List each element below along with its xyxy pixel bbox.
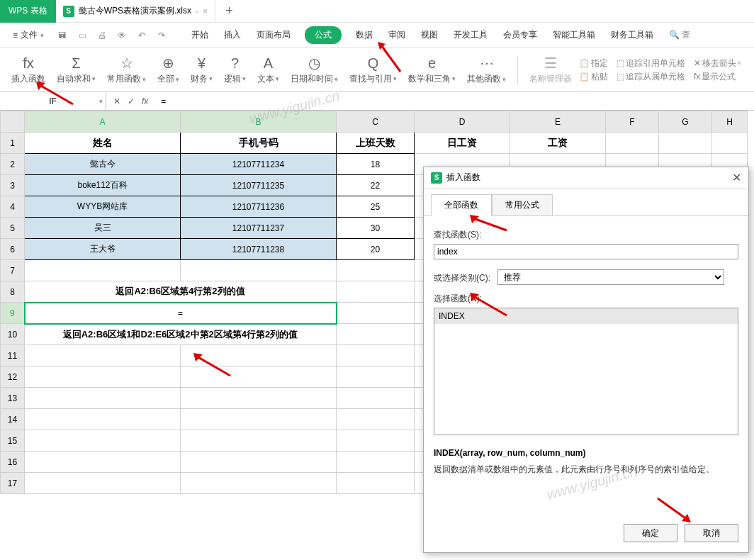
cell[interactable]: 姓名 — [25, 133, 181, 154]
row-header-17[interactable]: 17 — [1, 473, 25, 494]
cell[interactable]: 返回A2:B6区域第4行第2列的值 — [25, 281, 337, 303]
ok-button[interactable]: 确定 — [624, 524, 677, 542]
new-tab-button[interactable]: + — [215, 4, 243, 18]
cell[interactable]: 12107711235 — [181, 175, 337, 196]
row-header-15[interactable]: 15 — [1, 430, 25, 452]
cell[interactable]: 22 — [337, 175, 415, 196]
cell[interactable]: 懿古今 — [25, 154, 181, 175]
col-header-D[interactable]: D — [415, 111, 510, 133]
dialog-tab-all[interactable]: 全部函数 — [431, 194, 492, 216]
cell[interactable]: 工资 — [510, 133, 606, 154]
active-cell[interactable]: = — [25, 303, 337, 324]
row-header-11[interactable]: 11 — [1, 345, 25, 366]
function-list-item[interactable]: INDEX — [434, 308, 738, 324]
trace-dependents: ⬚ 追踪从属单元格 — [617, 71, 685, 83]
row-header-9[interactable]: 9 — [1, 303, 25, 324]
row-header-13[interactable]: 13 — [1, 388, 25, 409]
formula-input[interactable]: = — [155, 92, 754, 111]
row-header-8[interactable]: 8 — [1, 281, 25, 303]
search-menu[interactable]: 🔍 查 — [668, 26, 692, 44]
dialog-close-button[interactable]: ✕ — [732, 171, 741, 184]
text-fn-button[interactable]: A文本▾ — [253, 55, 283, 85]
cell[interactable]: boke112百科 — [25, 175, 181, 196]
select-all-corner[interactable] — [1, 111, 25, 133]
preview-icon[interactable]: 👁 — [115, 28, 129, 43]
cell[interactable]: 吴三 — [25, 218, 181, 239]
cell[interactable]: 上班天数 — [337, 133, 415, 154]
tab-data[interactable]: 数据 — [354, 26, 374, 44]
col-header-H[interactable]: H — [712, 111, 748, 133]
tab-close-icon[interactable]: × — [203, 6, 208, 16]
cell[interactable]: WYYB网站库 — [25, 196, 181, 218]
tab-layout[interactable]: 页面布局 — [255, 26, 292, 44]
category-select[interactable]: 推荐 — [497, 269, 724, 285]
tab-finance[interactable]: 财务工具箱 — [609, 26, 655, 44]
col-header-G[interactable]: G — [659, 111, 712, 133]
cell[interactable]: 25 — [337, 196, 415, 218]
cell[interactable]: 18 — [337, 154, 415, 175]
other-fn-button[interactable]: ⋯其他函数▾ — [463, 55, 510, 85]
row-header-5[interactable]: 5 — [1, 218, 25, 239]
row-header-14[interactable]: 14 — [1, 409, 25, 430]
common-fn-button[interactable]: ☆常用函数▾ — [103, 55, 150, 85]
tab-devtools[interactable]: 开发工具 — [452, 26, 489, 44]
search-function-input[interactable] — [434, 244, 738, 259]
tab-smart[interactable]: 智能工具箱 — [551, 26, 597, 44]
document-tab[interactable]: S 懿古今WPS表格演示案例.xlsx ▫ × — [56, 0, 216, 23]
function-list[interactable]: INDEX — [434, 308, 738, 435]
undo-icon[interactable]: ↶ — [135, 28, 149, 43]
row-header-2[interactable]: 2 — [1, 154, 25, 175]
fx-icon[interactable]: fx — [142, 96, 148, 106]
col-header-C[interactable]: C — [337, 111, 415, 133]
tab-insert[interactable]: 插入 — [223, 26, 242, 44]
row-header-3[interactable]: 3 — [1, 175, 25, 196]
row-header-10[interactable]: 10 — [1, 324, 25, 345]
row-header-4[interactable]: 4 — [1, 196, 25, 218]
math-fn-button[interactable]: e数学和三角▾ — [404, 55, 460, 85]
col-header-A[interactable]: A — [25, 111, 181, 133]
finance-fn-button[interactable]: ¥财务▾ — [186, 55, 217, 85]
cell[interactable]: 返回A2:B6区域1和D2:E6区域2中第2区域第4行第2列的值 — [25, 324, 337, 345]
logic-fn-button[interactable]: ?逻辑▾ — [220, 55, 250, 85]
cancel-formula-icon[interactable]: ✕ — [113, 96, 120, 106]
cell[interactable]: 12107711236 — [181, 196, 337, 218]
cell[interactable]: 手机号码 — [181, 133, 337, 154]
tab-formula[interactable]: 公式 — [305, 26, 342, 44]
save-icon[interactable]: 🖬 — [55, 28, 69, 43]
cell[interactable] — [606, 133, 659, 154]
row-header-12[interactable]: 12 — [1, 366, 25, 388]
tab-view[interactable]: 视图 — [420, 26, 439, 44]
redo-icon[interactable]: ↷ — [154, 28, 169, 43]
tab-start[interactable]: 开始 — [190, 26, 210, 44]
row-header-7[interactable]: 7 — [1, 260, 25, 281]
function-description: 返回数据清单或数组中的元素值，此元素由行序号和列序号的索引值给定。 — [434, 464, 738, 476]
all-fn-button[interactable]: ⊕全部▾ — [153, 55, 184, 85]
lookup-fn-button[interactable]: Q查找与引用▾ — [345, 55, 401, 85]
datetime-fn-button[interactable]: ◷日期和时间▾ — [286, 55, 342, 85]
open-icon[interactable]: ▭ — [75, 28, 89, 43]
row-header-16[interactable]: 16 — [1, 452, 25, 473]
row-header-1[interactable]: 1 — [1, 133, 25, 154]
col-header-E[interactable]: E — [510, 111, 606, 133]
cell[interactable]: 12107711234 — [181, 154, 337, 175]
print-icon[interactable]: 🖨 — [95, 28, 109, 43]
cell[interactable]: 30 — [337, 218, 415, 239]
cell[interactable]: 日工资 — [415, 133, 510, 154]
cell[interactable]: 12107711238 — [181, 239, 337, 260]
dialog-tab-common[interactable]: 常用公式 — [492, 194, 553, 216]
autosum-button[interactable]: Σ自动求和▾ — [52, 55, 100, 85]
col-header-B[interactable]: B — [181, 111, 337, 133]
insert-function-button[interactable]: fx插入函数 — [7, 55, 50, 85]
tab-window-icon[interactable]: ▫ — [196, 6, 198, 16]
name-box[interactable]: IF▾ — [0, 92, 106, 111]
cancel-button[interactable]: 取消 — [685, 524, 738, 542]
tab-premium[interactable]: 会员专享 — [502, 26, 539, 44]
tab-review[interactable]: 审阅 — [387, 26, 407, 44]
file-menu[interactable]: ≡ 文件 ▾ — [7, 26, 50, 44]
col-header-F[interactable]: F — [606, 111, 659, 133]
row-header-6[interactable]: 6 — [1, 239, 25, 260]
cell[interactable]: 20 — [337, 239, 415, 260]
cell[interactable]: 王大爷 — [25, 239, 181, 260]
accept-formula-icon[interactable]: ✓ — [128, 96, 135, 106]
cell[interactable]: 12107711237 — [181, 218, 337, 239]
